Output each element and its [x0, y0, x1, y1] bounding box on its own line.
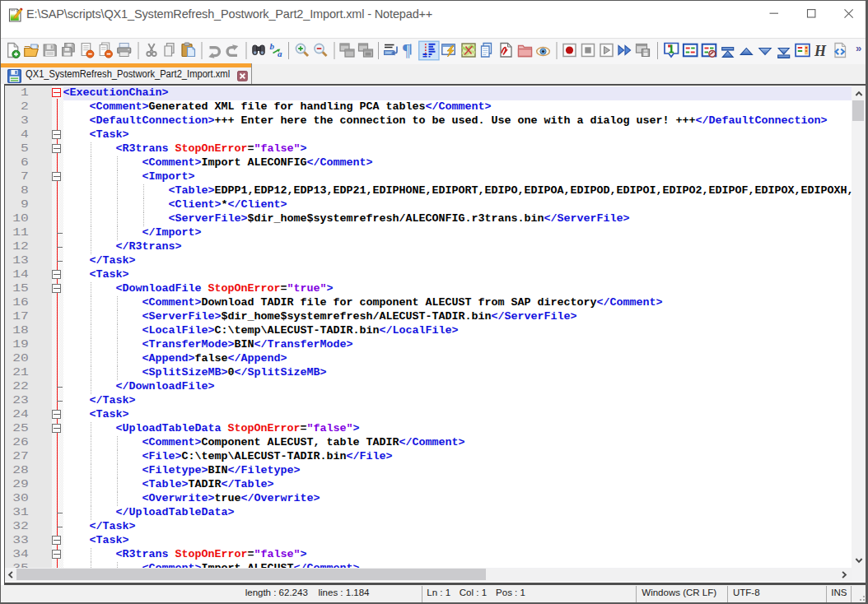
svg-text:¶: ¶: [403, 41, 410, 59]
svg-text:H: H: [814, 43, 827, 59]
svg-text:»: »: [856, 42, 861, 54]
svg-text:b: b: [270, 41, 275, 51]
